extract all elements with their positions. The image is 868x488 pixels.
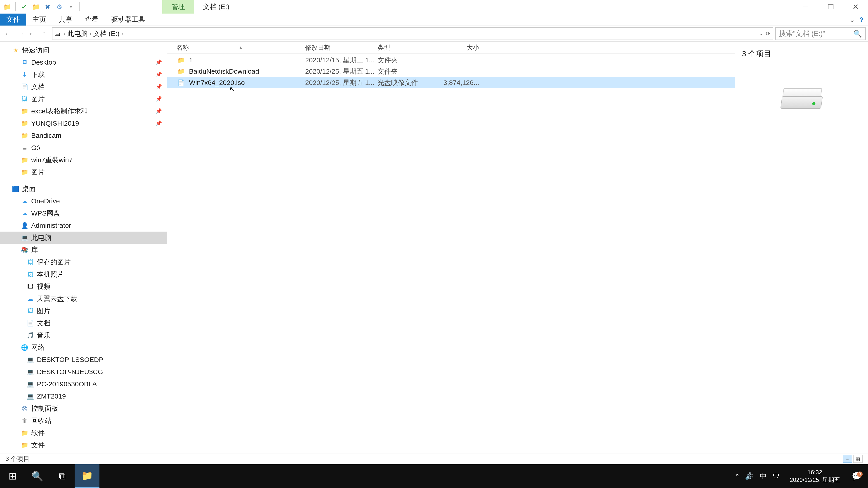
file-row[interactable]: 📁BaiduNetdiskDownload2020/12/25, 星期五 1..… [167, 66, 735, 77]
tree-onedrive[interactable]: ☁OneDrive [0, 195, 167, 207]
tree-win7[interactable]: 📁win7重装win7 [0, 154, 167, 166]
contextual-tab-manage[interactable]: 管理 [162, 0, 194, 13]
history-dropdown[interactable]: ▾ [29, 31, 36, 36]
navigation-tree[interactable]: ★快速访问 🖥Desktop📌 ⬇下载📌 📄文档📌 🖼图片📌 📁excel表格制… [0, 42, 167, 453]
tree-wps[interactable]: ☁WPS网盘 [0, 207, 167, 219]
tree-yunqishi[interactable]: 📁YUNQISHI2019📌 [0, 117, 167, 129]
view-details-button[interactable]: ≡ [843, 455, 852, 463]
cloud-icon: ☁ [20, 198, 29, 205]
expand-ribbon-icon[interactable]: ⌄ [849, 15, 855, 24]
close-button[interactable]: ✕ [843, 0, 868, 13]
clock-date: 2020/12/25, 星期五 [789, 476, 840, 484]
tree-pics3[interactable]: 🖼图片 [0, 305, 167, 317]
tree-pictures[interactable]: 🖼图片📌 [0, 93, 167, 105]
recycle-icon: 🗑 [20, 417, 29, 424]
tree-pictures2[interactable]: 📁图片 [0, 166, 167, 178]
document-icon: 📄 [26, 320, 35, 327]
tree-videos[interactable]: 🎞视频 [0, 281, 167, 293]
column-name[interactable]: 名称▲ [176, 43, 305, 52]
tree-gdrive[interactable]: 🖴G:\ [0, 142, 167, 154]
tree-pc1[interactable]: 💻DESKTOP-LSSOEDP [0, 354, 167, 366]
preview-pane: 3 个项目 [735, 42, 868, 453]
notification-badge: 3 [857, 471, 863, 477]
tree-tianyi[interactable]: ☁天翼云盘下载 [0, 293, 167, 305]
column-headers[interactable]: 名称▲ 修改日期 类型 大小 [167, 42, 735, 54]
tree-network[interactable]: 🌐网络 [0, 341, 167, 354]
tab-drive-tools[interactable]: 驱动器工具 [105, 13, 151, 26]
check-icon[interactable]: ✔ [19, 2, 29, 12]
tree-pc4[interactable]: 💻ZMT2019 [0, 390, 167, 402]
file-size: 3,874,126... [438, 79, 479, 87]
clock[interactable]: 16:32 2020/12/25, 星期五 [786, 468, 844, 484]
properties-icon[interactable]: ⚙ [54, 2, 64, 12]
explorer-taskbar-button[interactable]: 📁 [74, 464, 99, 488]
tree-desktop-root[interactable]: 🟦桌面 [0, 183, 167, 195]
x-icon[interactable]: ✖ [42, 2, 53, 12]
up-button[interactable]: ↑ [38, 28, 50, 39]
tree-downloads[interactable]: ⬇下载📌 [0, 68, 167, 80]
file-date: 2020/12/25, 星期五 1... [305, 67, 377, 76]
tree-saved-pics[interactable]: 🖼保存的图片 [0, 256, 167, 268]
crumb-drive[interactable]: 文档 (E:) [91, 29, 121, 38]
chevron-right-icon[interactable]: › [121, 31, 123, 37]
folder-icon[interactable]: 📁 [31, 2, 41, 12]
file-type: 光盘映像文件 [377, 78, 438, 88]
crumb-this-pc[interactable]: 此电脑 [66, 29, 90, 38]
task-view-button[interactable]: ⧉ [50, 464, 74, 488]
qat-dropdown-icon[interactable]: ▾ [66, 2, 76, 12]
security-icon[interactable]: 🛡 [773, 473, 780, 480]
tree-documents[interactable]: 📄文档📌 [0, 80, 167, 93]
back-button[interactable]: ← [2, 28, 13, 39]
search-icon[interactable]: 🔍 [853, 30, 862, 38]
tree-local-photos[interactable]: 🖼本机照片 [0, 268, 167, 281]
search-button[interactable]: 🔍 [25, 464, 50, 488]
tree-recycle[interactable]: 🗑回收站 [0, 415, 167, 427]
address-dropdown-icon[interactable]: ⌄ [758, 31, 763, 37]
tree-bandicam[interactable]: 📁Bandicam [0, 129, 167, 142]
refresh-icon[interactable]: ⟳ [766, 31, 770, 37]
video-icon: 🎞 [26, 283, 35, 290]
ime-indicator[interactable]: 中 [760, 471, 767, 481]
start-button[interactable]: ⊞ [0, 464, 25, 488]
tray-chevron-icon[interactable]: ^ [736, 473, 739, 480]
file-row[interactable]: 📁12020/12/15, 星期二 1...文件夹 [167, 55, 735, 66]
chevron-right-icon[interactable]: › [64, 31, 66, 37]
tree-this-pc[interactable]: 💻此电脑 [0, 232, 167, 244]
tab-home[interactable]: 主页 [26, 13, 53, 26]
tree-pc2[interactable]: 💻DESKTOP-NJEU3CG [0, 366, 167, 378]
title-bar: 📁 ✔ 📁 ✖ ⚙ ▾ 管理 文档 (E:) ─ ❐ ✕ [0, 0, 868, 13]
file-row[interactable]: 📄Win7x64_2020.iso2020/12/25, 星期五 1...光盘映… [167, 77, 735, 88]
tab-view[interactable]: 查看 [79, 13, 105, 26]
tab-file[interactable]: 文件 [0, 13, 26, 26]
tree-pc3[interactable]: 💻PC-20190530OBLA [0, 378, 167, 390]
folder-icon: 📁 [176, 57, 186, 64]
clock-time: 16:32 [789, 468, 840, 476]
tree-admin[interactable]: 👤Administrator [0, 219, 167, 232]
volume-icon[interactable]: 🔊 [745, 472, 753, 480]
help-icon[interactable]: ? [860, 16, 864, 24]
tree-docs2[interactable]: 📄文档 [0, 317, 167, 329]
tree-music[interactable]: 🎵音乐 [0, 329, 167, 341]
forward-button[interactable]: → [16, 28, 27, 39]
maximize-button[interactable]: ❐ [818, 0, 843, 13]
pin-icon: 📌 [156, 108, 162, 114]
tree-quick-access[interactable]: ★快速访问 [0, 44, 167, 56]
download-icon: ⬇ [20, 71, 29, 78]
tree-file-folder[interactable]: 📁文件 [0, 439, 167, 451]
action-center-button[interactable]: 💬3 [850, 471, 864, 481]
tree-libraries[interactable]: 📚库 [0, 244, 167, 256]
column-date[interactable]: 修改日期 [305, 43, 377, 52]
tree-desktop[interactable]: 🖥Desktop📌 [0, 56, 167, 68]
chevron-right-icon[interactable]: › [90, 31, 91, 37]
view-icons-button[interactable]: ▦ [853, 455, 863, 463]
title-location: 文档 (E:) [194, 0, 239, 13]
tree-software[interactable]: 📁软件 [0, 427, 167, 439]
column-size[interactable]: 大小 [438, 43, 479, 52]
column-type[interactable]: 类型 [377, 43, 438, 52]
search-field[interactable]: 搜索"文档 (E:)" 🔍 [775, 27, 866, 40]
tree-excel[interactable]: 📁excel表格制作求和📌 [0, 105, 167, 117]
minimize-button[interactable]: ─ [794, 0, 818, 13]
address-field[interactable]: 🖴 › 此电脑 › 文档 (E:) › ⌄ ⟳ [52, 27, 773, 40]
tree-control-panel[interactable]: 🛠控制面板 [0, 402, 167, 415]
tab-share[interactable]: 共享 [53, 13, 79, 26]
